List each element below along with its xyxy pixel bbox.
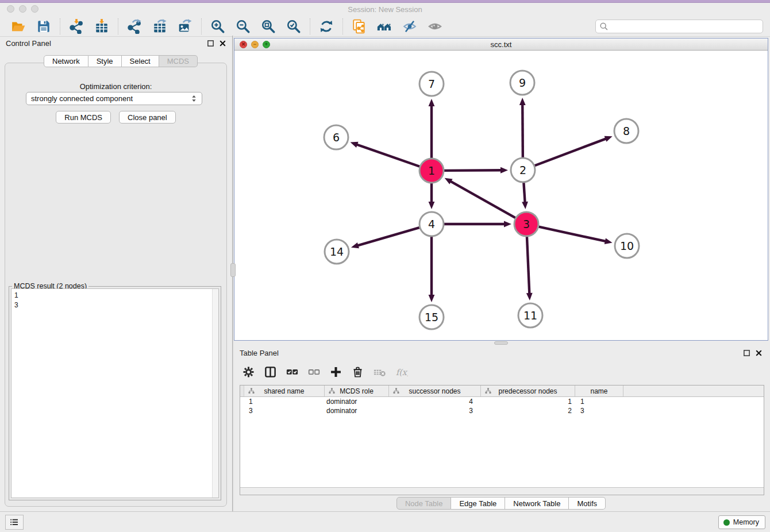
edge-1-2-arrow xyxy=(500,167,508,174)
control-panel: Control Panel NetworkStyleSelectMCDS Opt… xyxy=(0,36,232,511)
mcds-result-text[interactable]: 1 3 xyxy=(11,289,212,498)
tab-node-table[interactable]: Node Table xyxy=(396,497,452,510)
cytoscape-window: Session: New Session Control Panel Netwo… xyxy=(0,0,770,532)
optimization-criterion-select[interactable]: strongly connected component xyxy=(26,92,202,105)
delete-columns-icon[interactable] xyxy=(349,363,366,380)
zoom-in-icon[interactable] xyxy=(209,18,226,35)
edge-1-6[interactable] xyxy=(356,144,419,167)
select-all-icon[interactable] xyxy=(283,363,301,380)
edge-2-8[interactable] xyxy=(535,138,607,165)
tab-motifs[interactable]: Motifs xyxy=(569,497,606,510)
columns-icon[interactable] xyxy=(261,363,279,380)
row-gutter xyxy=(240,406,244,415)
minimize-window-icon[interactable] xyxy=(19,5,26,13)
vertical-splitter-handle[interactable] xyxy=(230,263,236,277)
horizontal-splitter-handle[interactable] xyxy=(494,341,508,345)
tab-network[interactable]: Network xyxy=(44,55,88,67)
main-content: Control Panel NetworkStyleSelectMCDS Opt… xyxy=(0,36,770,511)
show-graphics-details-icon[interactable] xyxy=(426,18,444,35)
cell[interactable]: 3 xyxy=(389,406,481,415)
zoom-fit-icon[interactable] xyxy=(260,18,277,35)
edge-3-1[interactable] xyxy=(450,181,515,218)
column-header-successor-nodes[interactable]: successor nodes xyxy=(389,385,481,396)
tab-style[interactable]: Style xyxy=(88,55,122,67)
horizontal-splitter[interactable] xyxy=(234,341,768,345)
selected-criterion: strongly connected component xyxy=(31,94,191,103)
add-column-icon[interactable] xyxy=(327,363,344,380)
edge-4-14-arrow xyxy=(351,242,359,248)
toolbar-separator xyxy=(342,18,343,34)
close-network-icon[interactable]: ✕ xyxy=(240,41,247,48)
close-table-panel-icon[interactable] xyxy=(755,349,763,357)
edge-2-3[interactable] xyxy=(523,183,525,203)
zoom-window-icon[interactable] xyxy=(31,5,38,13)
window-controls[interactable] xyxy=(7,5,38,13)
run-mcds-button[interactable]: Run MCDS xyxy=(56,111,111,124)
node-15-label: 15 xyxy=(425,311,438,323)
open-folder-icon[interactable] xyxy=(10,18,27,35)
search-input[interactable] xyxy=(609,21,759,32)
cell[interactable]: dominator xyxy=(325,406,389,415)
tab-select[interactable]: Select xyxy=(122,55,159,67)
float-panel-icon[interactable] xyxy=(207,40,214,47)
close-panel-icon[interactable] xyxy=(219,40,226,47)
save-session-icon[interactable] xyxy=(35,18,52,35)
zoom-selected-icon[interactable] xyxy=(285,18,302,35)
cell[interactable]: 2 xyxy=(481,406,575,415)
table-horizontal-scrollbar[interactable] xyxy=(240,487,764,495)
search-box[interactable] xyxy=(595,20,763,33)
cell[interactable]: 3 xyxy=(244,406,325,415)
table-panel-title: Table Panel xyxy=(240,349,279,357)
neighbors-icon[interactable] xyxy=(376,18,393,35)
export-image-icon[interactable] xyxy=(176,18,194,35)
cell[interactable]: 1 xyxy=(244,397,325,406)
tab-network-table[interactable]: Network Table xyxy=(505,497,569,510)
network-view-window: ✕ − + scc.txt 7968124314101511 xyxy=(234,38,768,341)
cell[interactable]: 1 xyxy=(575,397,623,406)
table-row-2[interactable]: 3dominator323 xyxy=(240,406,764,415)
chevron-up-down-icon xyxy=(191,94,197,103)
minimize-network-icon[interactable]: − xyxy=(251,41,259,48)
edge-3-11[interactable] xyxy=(527,237,529,294)
apply-layout-icon[interactable] xyxy=(318,18,335,35)
import-table-icon[interactable] xyxy=(93,18,110,35)
column-header-shared-name[interactable]: shared name xyxy=(244,385,325,396)
network-window-controls[interactable]: ✕ − + xyxy=(240,41,270,48)
close-window-icon[interactable] xyxy=(7,5,14,13)
svg-text:f(x): f(x) xyxy=(395,367,407,376)
export-network-icon[interactable] xyxy=(126,18,143,35)
task-history-button[interactable] xyxy=(5,515,24,530)
network-from-selection-icon[interactable] xyxy=(351,18,368,35)
hide-graphics-details-icon[interactable] xyxy=(401,18,418,35)
cell[interactable]: 4 xyxy=(389,397,481,406)
network-canvas[interactable]: 7968124314101511 xyxy=(234,51,768,340)
zoom-out-icon[interactable] xyxy=(234,18,252,35)
column-type-icon xyxy=(393,388,399,394)
cell[interactable]: 1 xyxy=(481,397,575,406)
gear-icon[interactable] xyxy=(240,363,257,380)
tab-edge-table[interactable]: Edge Table xyxy=(451,497,505,510)
close-panel-button[interactable]: Close panel xyxy=(119,111,176,124)
edge-2-9[interactable] xyxy=(522,104,523,157)
edge-1-2[interactable] xyxy=(444,170,502,171)
result-scrollbar[interactable] xyxy=(212,289,218,498)
deselect-all-icon[interactable] xyxy=(305,363,322,380)
table-row-1[interactable]: 1dominator411 xyxy=(240,397,764,406)
edge-4-14[interactable] xyxy=(357,228,419,246)
float-table-panel-icon[interactable] xyxy=(743,349,750,357)
edge-3-10[interactable] xyxy=(538,227,606,241)
cell[interactable]: dominator xyxy=(325,397,389,406)
edge-1-4-arrow xyxy=(429,202,435,209)
import-network-icon[interactable] xyxy=(68,18,85,35)
maximize-network-icon[interactable]: + xyxy=(263,41,270,48)
memory-button[interactable]: Memory xyxy=(718,515,765,529)
cell[interactable]: 3 xyxy=(575,406,623,415)
column-header-name[interactable]: name xyxy=(575,385,623,396)
node-table: shared nameMCDS rolesuccessor nodesprede… xyxy=(240,385,764,495)
column-type-icon xyxy=(248,388,255,394)
column-header-MCDS-role[interactable]: MCDS role xyxy=(325,385,389,396)
column-header-predecessor-nodes[interactable]: predecessor nodes xyxy=(481,385,575,396)
edge-3-11-arrow xyxy=(526,293,533,300)
export-table-icon[interactable] xyxy=(151,18,168,35)
tab-mcds[interactable]: MCDS xyxy=(159,55,198,67)
